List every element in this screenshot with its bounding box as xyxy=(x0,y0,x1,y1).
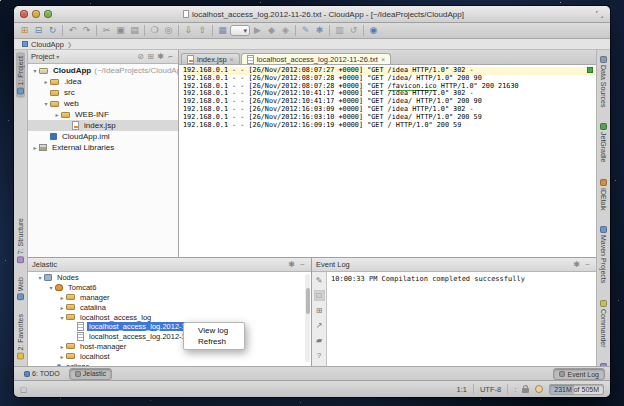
expander-icon[interactable]: ▸ xyxy=(42,78,50,85)
history-icon[interactable]: ↺ xyxy=(347,25,360,37)
save-all-icon[interactable]: ⊟ xyxy=(32,25,45,37)
paste-icon[interactable]: ▤ xyxy=(128,25,141,37)
fullscreen-icon[interactable] xyxy=(595,10,604,19)
editor-content[interactable]: 192.168.0.1 - - [26/Nov/2012:08:07:27 +0… xyxy=(179,65,596,257)
replace-icon[interactable]: ◎ xyxy=(162,25,175,37)
expander-icon[interactable]: ▾ xyxy=(47,284,55,291)
inspection-status-icon[interactable] xyxy=(587,67,593,73)
tool-button-favorites[interactable]: 2: Favorites xyxy=(16,311,25,363)
find-icon[interactable]: ❍ xyxy=(148,25,161,37)
project-tree-item[interactable]: ▸ WEB-INF xyxy=(28,109,178,120)
menu-item-refresh[interactable]: Refresh xyxy=(184,336,244,347)
project-tree-item[interactable]: ▸ External Libraries xyxy=(28,142,178,153)
jelastic-tree-item[interactable]: ▸ manager xyxy=(28,293,311,303)
coverage-icon[interactable]: ◈ xyxy=(279,25,292,37)
project-tree-item[interactable]: ▾ web xyxy=(28,98,178,109)
tab-index-jsp[interactable]: index.jsp × xyxy=(181,53,240,64)
expander-icon[interactable]: ▾ xyxy=(58,314,66,321)
expander-icon[interactable]: ▾ xyxy=(31,67,39,74)
breadcrumb[interactable]: CloudApp xyxy=(31,40,64,49)
toolbar-icon[interactable] xyxy=(327,25,332,36)
tool-button-project[interactable]: 1: Project xyxy=(16,53,25,98)
tool-button-idetalk[interactable]: IDEtalk xyxy=(599,176,608,214)
expander-icon[interactable]: ▾ xyxy=(36,274,44,281)
panel-settings-icon[interactable]: ✱ xyxy=(572,260,581,269)
close-tab-icon[interactable]: × xyxy=(381,56,385,63)
expander-icon[interactable]: ▸ xyxy=(31,144,39,151)
tool-button-todo[interactable]: 6: TODO xyxy=(19,369,65,379)
expander-icon[interactable]: ▸ xyxy=(53,111,61,118)
clear-log-icon[interactable]: ▰ xyxy=(314,335,325,346)
close-tab-icon[interactable]: × xyxy=(230,56,234,63)
run-configurations-icon[interactable]: ▦ xyxy=(216,25,229,37)
expander-icon[interactable]: ▸ xyxy=(58,343,66,350)
run-icon[interactable]: ▶ xyxy=(251,25,264,37)
file-encoding[interactable]: UTF-8 xyxy=(480,385,501,394)
open-icon[interactable]: ⊞ xyxy=(18,25,31,37)
expand-all-icon[interactable]: ⊞ xyxy=(314,305,325,316)
help-icon[interactable]: ◉ xyxy=(367,25,380,37)
tool-button-jetgradle[interactable]: JetGradle xyxy=(599,120,608,165)
copy-icon[interactable]: ▣ xyxy=(114,25,127,37)
help-icon[interactable]: ? xyxy=(314,350,325,361)
toolbar-icon[interactable] xyxy=(361,25,366,36)
hector-inspector-icon[interactable] xyxy=(535,385,543,393)
project-tree-item[interactable]: index.jsp xyxy=(28,120,178,131)
open-in-editor-icon[interactable]: ↗ xyxy=(314,320,325,331)
jelastic-tree-item[interactable]: localhost_access_log.2012-11-2 xyxy=(28,332,311,342)
toolbar-icon[interactable] xyxy=(293,25,298,36)
project-view-selector[interactable]: Project xyxy=(31,52,54,61)
hide-panel-icon[interactable]: ⌐ xyxy=(166,52,175,61)
debug-icon[interactable]: ◆ xyxy=(265,25,278,37)
menu-item-view-log[interactable]: View log xyxy=(184,325,244,336)
tool-button-jelastic[interactable]: Jelastic xyxy=(69,368,112,380)
synchronize-icon[interactable]: ↻ xyxy=(46,25,59,37)
tab-access-log[interactable]: localhost_access_log.2012-11-26.txt × xyxy=(241,53,391,64)
project-tree-item[interactable]: ▾ CloudApp (~/IdeaProjects/CloudApp) xyxy=(28,65,178,76)
inspect-code-icon[interactable]: ✎ xyxy=(299,25,312,37)
toolbar-icon[interactable] xyxy=(94,25,99,36)
toolbar-icon[interactable] xyxy=(176,25,181,36)
scroll-to-source-icon[interactable]: ⊘ xyxy=(136,52,145,61)
toolwindow-toggle-icon[interactable]: ▢ xyxy=(20,385,27,394)
panel-settings-icon[interactable]: ✱ xyxy=(156,52,165,61)
jelastic-tree-item[interactable]: localhost_access_log.2012-11-26.txt xyxy=(28,322,311,332)
tool-button-maven-projects[interactable]: Maven Projects xyxy=(599,223,608,286)
cut-icon[interactable]: ✂ xyxy=(100,25,113,37)
jelastic-tree-item[interactable]: ▸ catalina xyxy=(28,302,311,312)
toolbar-icon[interactable] xyxy=(142,25,147,36)
zoom-button[interactable] xyxy=(44,10,52,18)
tool-button-event-log[interactable]: Event Log xyxy=(553,368,605,380)
update-project-icon[interactable]: ⇩ xyxy=(182,25,195,37)
jelastic-tree-item[interactable]: ▸ localhost xyxy=(28,351,311,361)
close-button[interactable] xyxy=(20,10,28,18)
expander-icon[interactable]: ▸ xyxy=(58,353,66,360)
expander-icon[interactable]: ▾ xyxy=(42,100,50,107)
project-tree-item[interactable]: CloudApp.iml xyxy=(28,131,178,142)
project-tree-item[interactable]: src xyxy=(28,87,178,98)
scrollbar-thumb[interactable] xyxy=(306,288,310,314)
hide-panel-icon[interactable]: − xyxy=(583,260,592,269)
title-bar[interactable]: localhost_access_log.2012-11-26.txt - Cl… xyxy=(14,6,610,23)
toolbar-icon[interactable] xyxy=(210,25,215,36)
column-mode-indicator[interactable]: : xyxy=(514,385,516,394)
console-view-icon[interactable]: □ xyxy=(314,290,325,301)
toolbar-icon[interactable] xyxy=(60,25,65,36)
project-structure-icon[interactable]: ▥ xyxy=(333,25,346,37)
lock-icon[interactable] xyxy=(522,388,529,393)
tool-button-structure[interactable]: 7: Structure xyxy=(16,215,25,266)
tool-button-commander[interactable]: Commander xyxy=(599,297,608,351)
settings-icon[interactable]: ✱ xyxy=(313,25,326,37)
scrollbar[interactable] xyxy=(305,274,310,362)
panel-settings-icon[interactable]: ✱ xyxy=(287,260,296,269)
project-tree-item[interactable]: ▸ .idea xyxy=(28,76,178,87)
jelastic-tree-item[interactable]: ▾ Nodes xyxy=(28,273,311,283)
tool-button-data-sources[interactable]: Data Sources xyxy=(599,53,608,110)
expander-icon[interactable]: ▸ xyxy=(58,294,66,301)
log-settings-icon[interactable]: ✎ xyxy=(314,275,325,286)
commit-icon[interactable]: ⇧ xyxy=(196,25,209,37)
hide-panel-icon[interactable]: − xyxy=(298,260,307,269)
expander-icon[interactable]: ▸ xyxy=(58,304,66,311)
undo-icon[interactable]: ↶ xyxy=(66,25,79,37)
jelastic-tree-item[interactable]: ▸ host-manager xyxy=(28,342,311,352)
